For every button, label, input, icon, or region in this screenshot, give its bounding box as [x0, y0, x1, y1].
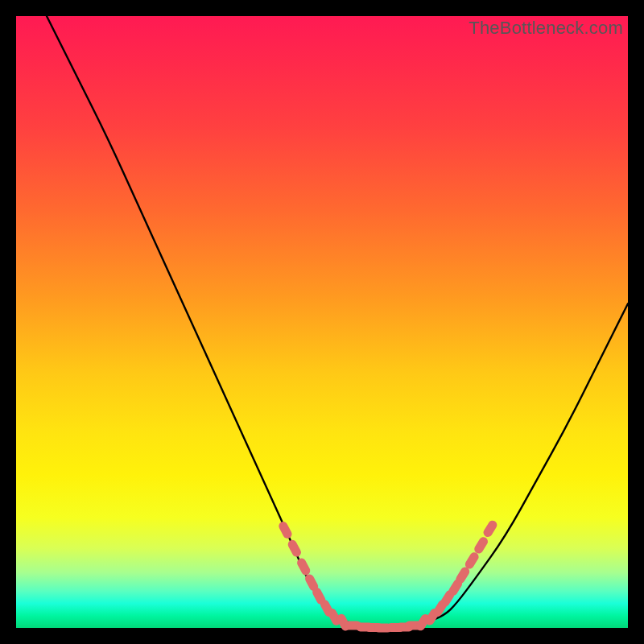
highlight-dot: [332, 613, 336, 621]
highlight-dot: [488, 525, 493, 532]
highlight-dot: [438, 605, 443, 612]
chart-frame: TheBottleneck.com: [16, 16, 628, 628]
attribution-text: TheBottleneck.com: [469, 18, 623, 39]
highlight-dot: [479, 542, 484, 549]
highlight-dot: [453, 584, 458, 591]
bottleneck-curve: [47, 16, 628, 628]
highlight-dot: [292, 544, 296, 552]
plot-area: TheBottleneck.com: [16, 16, 628, 628]
highlight-dot: [445, 595, 450, 602]
highlight-dot: [421, 619, 426, 626]
highlight-dot: [460, 572, 465, 579]
highlight-dot: [283, 526, 287, 535]
highlight-dot: [302, 563, 306, 571]
highlight-dot: [469, 557, 474, 564]
highlight-dot-group: [283, 525, 493, 628]
curve-layer: [16, 16, 628, 628]
highlight-dot: [317, 592, 321, 601]
highlight-dot: [430, 613, 435, 621]
highlight-dot: [310, 579, 314, 587]
